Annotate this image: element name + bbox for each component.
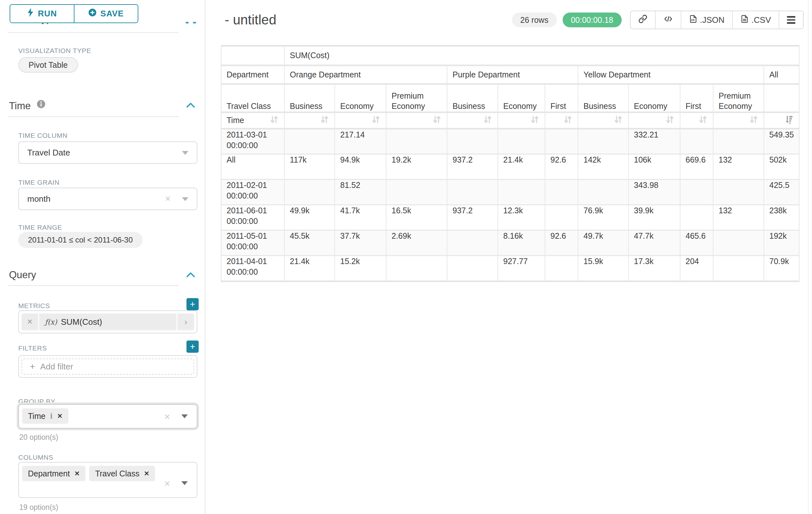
- run-button[interactable]: RUN: [10, 5, 74, 23]
- pivot-value-cell: 81.52: [335, 179, 386, 205]
- pivot-value-cell: [713, 255, 764, 281]
- sort-icon[interactable]: [320, 115, 329, 126]
- clear-icon[interactable]: ✕: [165, 194, 171, 204]
- chart-type-collapse-chevron[interactable]: [193, 22, 196, 23]
- sort-icon[interactable]: [371, 115, 381, 126]
- remove-tag-icon[interactable]: ✕: [75, 470, 80, 477]
- divider: [8, 32, 179, 33]
- columns-select[interactable]: Department✕Travel Class✕✕: [18, 462, 197, 498]
- pivot-value-cell: 502k: [764, 154, 799, 179]
- pivot-class-header: Economy: [335, 84, 386, 112]
- sort-desc-icon[interactable]: [784, 115, 794, 126]
- pivot-value-cell: [578, 129, 629, 154]
- pivot-value-cell: 16.5k: [386, 205, 447, 230]
- pivot-value-cell: 343.98: [629, 179, 680, 205]
- pivot-class-header: Business: [447, 84, 498, 112]
- pivot-metric-header: SUM(Cost): [284, 47, 799, 65]
- field-tag[interactable]: Travel Class✕: [89, 466, 155, 481]
- pivot-class-header: [764, 84, 799, 112]
- info-icon: i: [50, 412, 53, 420]
- time-collapse-chevron[interactable]: [186, 102, 195, 108]
- time-grain-select[interactable]: month ✕: [18, 188, 197, 210]
- sort-icon[interactable]: [563, 115, 573, 126]
- pivot-sort-cell[interactable]: [713, 112, 764, 129]
- chevron-right-icon[interactable]: ›: [177, 314, 194, 330]
- time-grain-value: month: [27, 194, 50, 204]
- embed-code-button[interactable]: [655, 11, 681, 29]
- pivot-sort-cell[interactable]: [335, 112, 386, 129]
- field-tag-label: Time: [28, 411, 46, 421]
- pivot-value-cell: 2.69k: [386, 230, 447, 255]
- chart-header-actions: 26 rows 00:00:00.18: [512, 10, 804, 29]
- filters-container: + Add filter: [18, 355, 197, 378]
- pivot-value-cell: 549.35: [764, 129, 799, 154]
- sort-icon[interactable]: [613, 115, 623, 126]
- pivot-sort-cell[interactable]: [680, 112, 713, 129]
- table-row: 2011-03-01 00:00:00217.14332.21549.35: [222, 129, 799, 154]
- pivot-sort-cell[interactable]: [498, 112, 545, 129]
- group-by-select[interactable]: Timei✕✕: [18, 404, 197, 429]
- scrollbar[interactable]: [808, 0, 812, 514]
- save-button[interactable]: SAVE: [74, 5, 138, 23]
- save-button-label: SAVE: [100, 9, 124, 19]
- function-icon: ƒ(x): [45, 318, 57, 326]
- clear-icon[interactable]: ✕: [164, 479, 170, 488]
- pivot-sort-cell[interactable]: Time: [222, 112, 284, 129]
- pivot-sort-cell[interactable]: [764, 112, 799, 129]
- sort-icon[interactable]: [698, 115, 708, 126]
- file-json-icon: [689, 15, 697, 26]
- time-range-pill[interactable]: 2011-01-01 ≤ col < 2011-06-30: [18, 232, 143, 248]
- pivot-sort-cell[interactable]: [447, 112, 498, 129]
- run-button-label: RUN: [38, 9, 57, 19]
- copy-link-button[interactable]: [631, 11, 655, 29]
- sort-icon[interactable]: [665, 115, 675, 126]
- pivot-sort-cell[interactable]: [386, 112, 447, 129]
- pivot-sort-cell[interactable]: [629, 112, 680, 129]
- pivot-value-cell: 37.7k: [335, 230, 386, 255]
- sort-icon[interactable]: [749, 115, 758, 126]
- pivot-sort-cell[interactable]: [578, 112, 629, 129]
- pivot-table-wrap: SUM(Cost)DepartmentOrange DepartmentPurp…: [221, 45, 800, 282]
- sort-icon[interactable]: [269, 115, 279, 126]
- chart-type-collapse-chevron[interactable]: [185, 22, 189, 23]
- time-column-select[interactable]: Travel Date: [18, 141, 197, 164]
- pivot-travel-class-label: Travel Class: [222, 84, 284, 112]
- query-section-header: Query: [9, 269, 36, 281]
- columns-options-note: 19 option(s): [19, 503, 58, 512]
- pivot-sort-cell[interactable]: [284, 112, 335, 129]
- field-tag[interactable]: Timei✕: [22, 408, 68, 424]
- metric-pill[interactable]: ✕ ƒ(x) SUM(Cost) ›: [22, 314, 194, 330]
- export-json-button[interactable]: .JSON: [681, 11, 732, 29]
- remove-metric-icon[interactable]: ✕: [22, 314, 38, 330]
- pivot-sort-cell[interactable]: [545, 112, 578, 129]
- sort-icon[interactable]: [432, 115, 442, 126]
- group-by-options-note: 20 option(s): [19, 433, 58, 442]
- pivot-value-cell: [447, 179, 498, 205]
- add-metric-button[interactable]: +: [186, 298, 199, 310]
- pivot-row-label: 2011-02-01 00:00:00: [222, 179, 284, 205]
- pivot-value-cell: [545, 129, 578, 154]
- visualization-type-pill[interactable]: Pivot Table: [18, 57, 78, 73]
- sort-icon[interactable]: [483, 115, 492, 126]
- columns-label: COLUMNS: [18, 454, 53, 461]
- pivot-class-header: First: [680, 84, 713, 112]
- remove-tag-icon[interactable]: ✕: [57, 412, 63, 420]
- export-csv-button[interactable]: .CSV: [732, 11, 779, 29]
- pivot-value-cell: 204: [680, 255, 713, 281]
- query-collapse-chevron[interactable]: [186, 272, 195, 277]
- pivot-class-header: First: [545, 84, 578, 112]
- add-filter-button[interactable]: + Add filter: [22, 358, 194, 375]
- pivot-group-header: Orange Department: [284, 65, 447, 84]
- remove-tag-icon[interactable]: ✕: [144, 470, 149, 477]
- clear-icon[interactable]: ✕: [164, 412, 170, 422]
- add-filter-plus-button[interactable]: +: [186, 341, 199, 353]
- page-title[interactable]: - untitled: [225, 12, 276, 28]
- sort-icon[interactable]: [530, 115, 540, 126]
- pivot-value-cell: 21.4k: [498, 154, 545, 179]
- chart-menu-button[interactable]: [779, 11, 803, 29]
- pivot-value-cell: 92.6: [545, 230, 578, 255]
- pivot-value-cell: 41.7k: [335, 205, 386, 230]
- pivot-value-cell: 465.6: [680, 230, 713, 255]
- pivot-value-cell: [386, 255, 447, 281]
- field-tag[interactable]: Department✕: [22, 466, 85, 481]
